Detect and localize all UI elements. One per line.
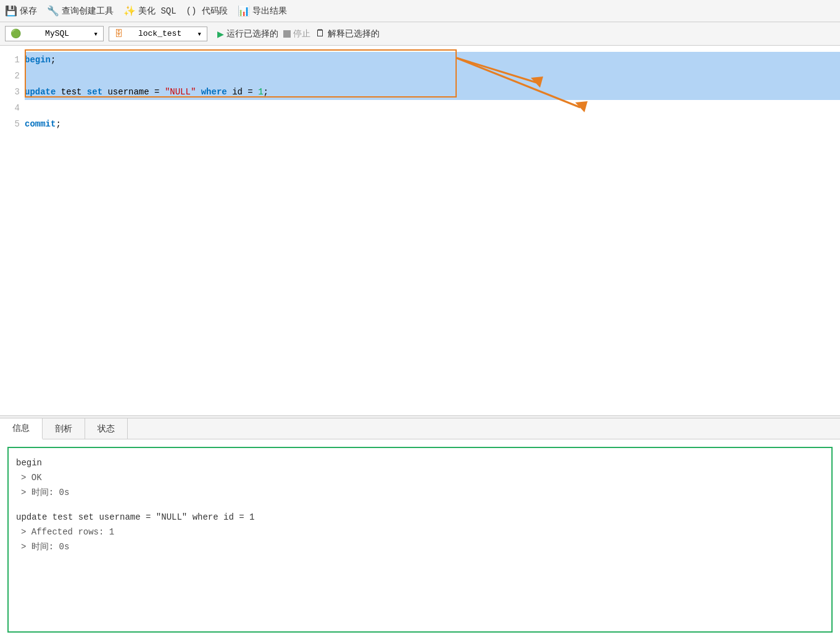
line-num-3: 3 [5,84,20,100]
tab-info[interactable]: 信息 [0,418,43,439]
line-num-4: 4 [5,100,20,116]
db-type-label: MySQL [45,29,69,38]
db-name-label: lock_test [138,29,181,38]
result-line-1: begin [16,455,824,470]
line-num-5: 5 [5,116,20,132]
tab-info-label: 信息 [12,423,30,434]
keyword-commit: commit [25,116,56,132]
save-label: 保存 [20,6,37,17]
code-line-3: update test set username = "NULL" where … [25,84,840,100]
query-tool-button[interactable]: 🔧 查询创建工具 [47,5,114,17]
editor-container[interactable]: 1 2 3 4 5 begin; update test set usernam… [0,46,840,416]
toolbar: 💾 保存 🔧 查询创建工具 ✨ 美化 SQL () 代码段 📊 导出结果 [0,0,840,22]
code-line-5: commit; [25,116,840,132]
editor-inner: 1 2 3 4 5 begin; update test set usernam… [0,46,840,415]
db-name-select[interactable]: 🗄 lock_test ▾ [109,27,207,41]
code-area[interactable]: begin; update test set username = "NULL"… [25,49,840,415]
stop-icon [283,30,291,38]
code-line-2 [25,68,840,84]
export-label: 导出结果 [252,6,287,17]
db-icon: 🗄 [114,29,123,39]
value-1: 1 [258,84,263,100]
line-num-1: 1 [5,52,20,68]
save-button[interactable]: 💾 保存 [5,5,37,17]
result-line-6: > 时间: 0s [16,539,824,554]
bottom-panel: 信息 剖析 状态 begin > OK > 时间: 0s update test… [0,418,840,640]
explain-button[interactable]: 🗒 解释已选择的 [315,28,380,39]
tab-profile[interactable]: 剖析 [43,418,85,439]
line-numbers: 1 2 3 4 5 [0,49,25,415]
result-line-4: update test set username = "NULL" where … [16,510,824,525]
export-icon: 📊 [238,5,250,17]
query-tool-icon: 🔧 [47,5,59,17]
chevron-down-icon2: ▾ [197,29,202,39]
tab-status[interactable]: 状态 [85,418,128,439]
explain-icon: 🗒 [315,28,325,39]
result-line-5: > Affected rows: 1 [16,525,824,539]
mysql-icon: 🟢 [10,28,21,39]
run-label: 运行已选择的 [227,28,278,39]
stop-button[interactable]: 停止 [283,28,310,39]
beautify-icon: ✨ [123,5,136,17]
result-line-2: > OK [16,470,824,485]
line-num-2: 2 [5,68,20,84]
export-button[interactable]: 📊 导出结果 [238,5,287,17]
run-button[interactable]: ▶ 运行已选择的 [217,27,278,41]
save-icon: 💾 [5,5,17,17]
keyword-where: where [201,84,227,100]
keyword-begin: begin [25,52,51,68]
result-line-3: > 时间: 0s [16,485,824,500]
chevron-down-icon: ▾ [93,29,98,39]
code-segment-label: () 代码段 [186,6,228,17]
query-tool-label: 查询创建工具 [62,6,114,17]
string-null: "NULL" [165,84,196,100]
result-box: begin > OK > 时间: 0s update test set user… [7,447,833,633]
tab-bar: 信息 剖析 状态 [0,418,840,439]
explain-label: 解释已选择的 [328,28,380,39]
db-bar: 🟢 MySQL ▾ 🗄 lock_test ▾ ▶ 运行已选择的 停止 🗒 解释… [0,22,840,46]
result-spacer [16,500,824,510]
tab-status-label: 状态 [98,423,115,434]
tab-profile-label: 剖析 [55,423,72,434]
play-icon: ▶ [217,27,224,41]
db-type-select[interactable]: 🟢 MySQL ▾ [5,26,104,41]
code-line-4 [25,100,840,116]
keyword-set: set [87,84,102,100]
stop-label: 停止 [293,28,310,39]
beautify-label: 美化 SQL [138,6,177,17]
beautify-sql-button[interactable]: ✨ 美化 SQL [123,5,177,17]
code-line-1: begin; [25,52,840,68]
result-area: begin > OK > 时间: 0s update test set user… [0,439,840,640]
keyword-update: update [25,84,56,100]
code-segment-button[interactable]: () 代码段 [186,6,228,17]
